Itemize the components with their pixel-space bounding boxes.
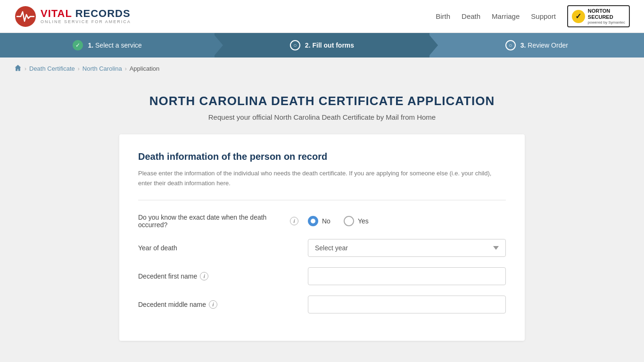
middle-name-help-icon[interactable]: i: [209, 300, 217, 309]
page-subtitle: Request your official North Carolina Dea…: [119, 113, 525, 121]
logo-icon: [14, 5, 37, 28]
breadcrumb-sep2: ›: [78, 66, 80, 72]
norton-label: NORTON: [588, 8, 625, 14]
nav-marriage[interactable]: Marriage: [492, 12, 520, 20]
breadcrumb: › Death Certificate › North Carolina › A…: [0, 58, 644, 80]
page-title: NORTH CAROLINA DEATH CERTIFICATE APPLICA…: [119, 94, 525, 108]
middle-name-input[interactable]: [308, 296, 506, 313]
exact-date-label: Do you know the exact date when the deat…: [138, 214, 298, 229]
norton-text-area: NORTON SECURED powered by Symantec: [588, 8, 625, 25]
breadcrumb-application: Application: [130, 65, 160, 72]
step3-circle: ○: [505, 40, 516, 50]
middle-name-row: Decedent middle name i: [138, 296, 506, 313]
first-name-input[interactable]: [308, 267, 506, 285]
step2-label: 2. Fill out forms: [305, 41, 354, 49]
main-content: NORTH CAROLINA DEATH CERTIFICATE APPLICA…: [110, 94, 534, 341]
step2-circle: ○: [290, 40, 300, 50]
logo-brand: VITAL: [41, 8, 72, 19]
radio-yes-btn[interactable]: [344, 216, 354, 226]
breadcrumb-death-cert[interactable]: Death Certificate: [29, 65, 75, 72]
breadcrumb-sep3: ›: [125, 66, 127, 72]
radio-yes-label: Yes: [358, 217, 369, 225]
exact-date-help-icon[interactable]: i: [290, 217, 298, 225]
home-icon: [14, 66, 22, 73]
breadcrumb-sep1: ›: [25, 66, 26, 72]
first-name-label: Decedent first name i: [138, 272, 298, 280]
norton-badge: ✓ NORTON SECURED powered by Symantec: [567, 5, 630, 28]
year-of-death-label: Year of death: [138, 244, 298, 252]
form-section-title: Death information of the person on recor…: [138, 151, 506, 162]
middle-name-control: [308, 296, 506, 313]
first-name-help-icon[interactable]: i: [200, 272, 208, 280]
logo-title: VITAL RECORDS: [41, 8, 131, 19]
middle-name-label: Decedent middle name i: [138, 300, 298, 309]
exact-date-row: Do you know the exact date when the deat…: [138, 214, 506, 229]
nav-birth[interactable]: Birth: [436, 12, 450, 20]
exact-date-controls: No Yes: [308, 216, 506, 226]
progress-step-3: ○ 3. Review Order: [429, 33, 644, 58]
norton-powered: powered by Symantec: [588, 20, 625, 25]
form-card: Death information of the person on recor…: [119, 134, 525, 341]
norton-label2: SECURED: [588, 14, 625, 20]
radio-no[interactable]: No: [308, 216, 330, 226]
logo-subtitle: ONLINE SERVICE FOR AMERICA: [41, 20, 131, 25]
nav-support[interactable]: Support: [531, 12, 556, 20]
form-section-desc: Please enter the information of the indi…: [138, 169, 506, 189]
form-divider: [138, 200, 506, 200]
norton-check-icon: ✓: [572, 10, 585, 23]
progress-bar: ✓ 1. Select a service ○ 2. Fill out form…: [0, 33, 644, 58]
logo: VITAL RECORDS ONLINE SERVICE FOR AMERICA: [14, 5, 131, 28]
step1-label: 1. Select a service: [88, 41, 141, 49]
radio-group-exact-date: No Yes: [308, 216, 506, 226]
radio-no-label: No: [322, 217, 330, 225]
breadcrumb-nc[interactable]: North Carolina: [83, 65, 122, 72]
year-of-death-select[interactable]: Select year 2024 2023 2022 2021 2020: [308, 239, 506, 257]
year-of-death-row: Year of death Select year 2024 2023 2022…: [138, 239, 506, 257]
step3-label: 3. Review Order: [520, 41, 568, 49]
main-nav: Birth Death Marriage Support ✓ NORTON SE…: [436, 5, 630, 28]
radio-no-btn[interactable]: [308, 216, 318, 226]
radio-yes[interactable]: Yes: [344, 216, 369, 226]
breadcrumb-home-link[interactable]: [14, 64, 22, 73]
logo-text: VITAL RECORDS ONLINE SERVICE FOR AMERICA: [41, 8, 131, 24]
first-name-row: Decedent first name i: [138, 267, 506, 285]
progress-step-1: ✓ 1. Select a service: [0, 33, 215, 58]
step1-circle: ✓: [73, 40, 83, 50]
logo-brand2: RECORDS: [75, 8, 131, 19]
first-name-control: [308, 267, 506, 285]
nav-death[interactable]: Death: [462, 12, 480, 20]
progress-step-2: ○ 2. Fill out forms: [215, 33, 429, 58]
year-of-death-control: Select year 2024 2023 2022 2021 2020: [308, 239, 506, 257]
header: VITAL RECORDS ONLINE SERVICE FOR AMERICA…: [0, 0, 644, 33]
